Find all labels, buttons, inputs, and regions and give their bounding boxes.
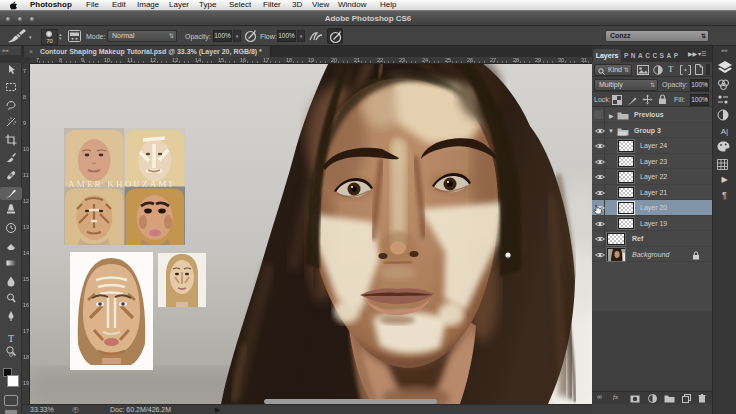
svg-text:AMER KHOUZAMI: AMER KHOUZAMI [68,179,174,189]
